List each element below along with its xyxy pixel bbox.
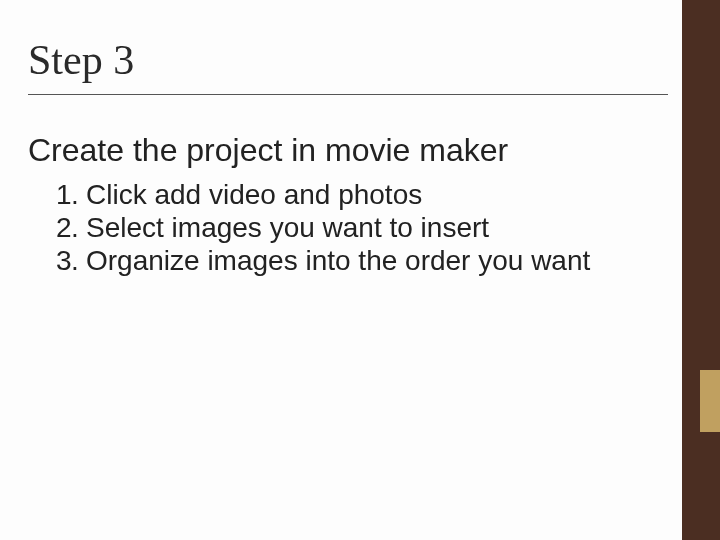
slide-title: Step 3	[28, 36, 134, 84]
step-text: Select images you want to insert	[86, 211, 616, 244]
list-item: 2. Select images you want to insert	[56, 211, 616, 244]
list-item: 1. Click add video and photos	[56, 178, 616, 211]
step-text: Click add video and photos	[86, 178, 616, 211]
title-underline	[28, 94, 668, 95]
sidebar-accent-block	[700, 370, 720, 432]
step-number: 2.	[56, 211, 86, 244]
right-sidebar	[682, 0, 720, 540]
step-text: Organize images into the order you want	[86, 244, 616, 277]
slide-subtitle: Create the project in movie maker	[28, 132, 508, 169]
list-item: 3. Organize images into the order you wa…	[56, 244, 616, 277]
step-list: 1. Click add video and photos 2. Select …	[56, 178, 616, 277]
step-number: 1.	[56, 178, 86, 211]
step-number: 3.	[56, 244, 86, 277]
